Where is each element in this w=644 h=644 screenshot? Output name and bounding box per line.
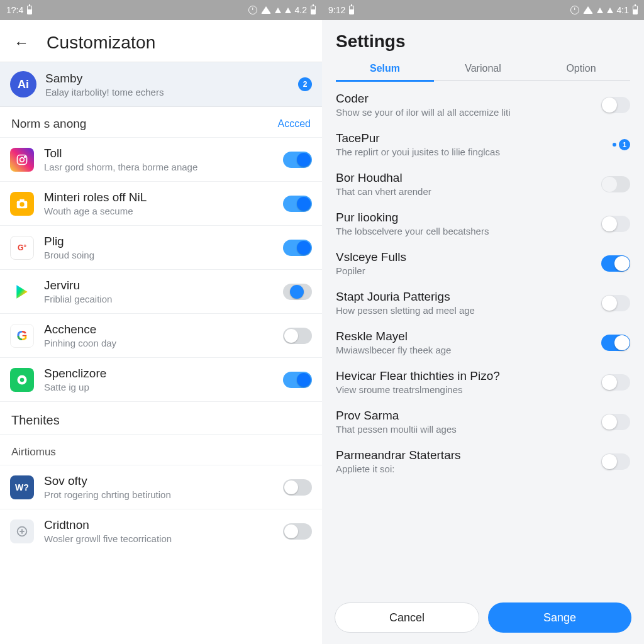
setting-subtitle: How pessen sletting ad meel age	[336, 305, 592, 316]
tab-selum[interactable]: Selum	[336, 57, 434, 80]
setting-row[interactable]: Bor HoudhalThat can vhert arender	[322, 164, 644, 204]
setting-title: Prov Sarma	[336, 409, 592, 423]
hero-subtitle: Ealay itarbolity! tome echers	[45, 87, 289, 97]
app-row[interactable]: CridtnonWosler growll five tecorrication	[0, 509, 322, 553]
toggle[interactable]	[283, 328, 312, 344]
svg-point-1	[20, 157, 25, 162]
toggle[interactable]	[601, 255, 630, 272]
cancel-button[interactable]: Cancel	[335, 602, 479, 633]
setting-row[interactable]: TacePurThe replirt or youi jusites to li…	[322, 125, 644, 164]
setting-subtitle: Mwiawslbecer fly theek age	[336, 345, 592, 355]
svg-point-2	[25, 156, 26, 157]
app-title: Toll	[44, 147, 273, 160]
setting-title: Vslceye Fulls	[336, 250, 592, 264]
app-subtitle: Satte ig up	[44, 382, 273, 392]
app-subtitle: Friblial gecaition	[44, 294, 273, 304]
setting-subtitle: That can vhert arender	[336, 186, 592, 197]
toggle[interactable]	[601, 453, 630, 470]
toggle[interactable]	[601, 414, 630, 430]
setting-subtitle: Popiler	[336, 265, 592, 276]
app-row[interactable]: GAcchencePinhing coon day	[0, 313, 322, 357]
app-subtitle: Lasr gord shorm, thera borme anage	[44, 162, 273, 172]
instagram-icon	[10, 148, 34, 172]
row-badge: 1	[613, 139, 630, 150]
setting-row[interactable]: Pur liookingThe lobscelvere your cell be…	[322, 204, 644, 243]
left-list[interactable]: TollLasr gord shorm, thera borme anageMi…	[0, 137, 322, 644]
toggle[interactable]	[601, 97, 630, 113]
setting-row[interactable]: Hevicar Flear thichties in Pizo?View sro…	[322, 362, 644, 402]
toggle[interactable]	[601, 216, 630, 232]
app-subtitle: Prot rogering chrting betirution	[44, 489, 273, 500]
app-subtitle: Pinhing coon day	[44, 338, 273, 348]
app-subtitle: Wosler growll five tecorrication	[44, 533, 273, 544]
toggle[interactable]	[601, 374, 630, 391]
section-header: Norm s anong Accced	[0, 107, 322, 137]
section-name: Norm s anong	[11, 117, 86, 131]
app-row[interactable]: SpenclizoreSatte ig up	[0, 357, 322, 401]
toggle[interactable]	[283, 152, 312, 168]
app-row[interactable]: TollLasr gord shorm, thera borme anage	[0, 137, 322, 181]
battery-small-icon-r	[349, 6, 354, 14]
signal-icon-2	[285, 8, 291, 13]
footer: Cancel Sange	[322, 594, 644, 644]
app-row[interactable]: W?Sov oftyProt rogering chrting betiruti…	[0, 465, 322, 509]
status-bar-r: 9:12 4:1	[322, 0, 644, 20]
battery-icon-r	[633, 6, 638, 14]
toggle[interactable]	[283, 523, 312, 540]
setting-row[interactable]: Stapt Jouria PatterigsHow pessen slettin…	[322, 283, 644, 323]
battery-small-icon	[27, 6, 32, 14]
back-icon[interactable]: ←	[11, 33, 31, 53]
tab-varional[interactable]: Varional	[434, 57, 532, 80]
setting-subtitle: That pessen moultii will ages	[336, 424, 592, 435]
toggle[interactable]	[283, 479, 312, 496]
status-net-r: 4:1	[617, 5, 629, 15]
battery-icon	[311, 6, 316, 14]
setting-title: Hevicar Flear thichties in Pizo?	[336, 369, 592, 383]
tabs: SelumVarionalOption	[336, 57, 630, 81]
setting-title: Stapt Jouria Patterigs	[336, 290, 592, 304]
app-row[interactable]: G°PligBroud soing	[0, 225, 322, 269]
camera-icon	[10, 192, 34, 216]
setting-row[interactable]: Vslceye FullsPopiler	[322, 243, 644, 283]
setting-row[interactable]: Reskle MayelMwiawslbecer fly theek age	[322, 323, 644, 362]
account-hero[interactable]: Ai Samby Ealay itarbolity! tome echers 2	[0, 62, 322, 107]
wifi-icon-r	[583, 6, 593, 14]
setting-subtitle: View sroume treatrslmengines	[336, 384, 592, 395]
setting-row[interactable]: Prov SarmaThat pessen moultii will ages	[322, 402, 644, 441]
status-time: 1?:4	[6, 5, 23, 15]
setting-row[interactable]: CoderShow se your of ilor will al all ac…	[322, 85, 644, 125]
setting-title: Reskle Mayel	[336, 330, 592, 343]
tab-option[interactable]: Option	[532, 57, 630, 80]
settings-list[interactable]: CoderShow se your of ilor will al all ac…	[322, 85, 644, 594]
setting-row[interactable]: Parmeandrar StatertarsAppliete it soi:	[322, 441, 644, 481]
app-subtitle: Wouth age a secume	[44, 206, 273, 216]
section-thenites: Thenites	[0, 401, 322, 434]
svg-point-4	[19, 202, 24, 206]
status-bar: 1?:4 4.2	[0, 0, 322, 20]
toggle[interactable]	[601, 335, 630, 351]
toggle[interactable]	[283, 284, 312, 300]
app-subtitle: Broud soing	[44, 250, 273, 260]
section-link[interactable]: Accced	[278, 118, 311, 130]
app-header: ← Customizaton	[0, 20, 322, 62]
app-title: Cridtnon	[44, 518, 273, 532]
toggle[interactable]	[283, 372, 312, 388]
alarm-icon	[248, 6, 257, 14]
app-title: Acchence	[44, 323, 273, 336]
settings-title: Settings	[336, 31, 630, 52]
save-button[interactable]: Sange	[488, 602, 631, 633]
toggle[interactable]	[601, 295, 630, 311]
signal-icon	[275, 8, 281, 13]
status-net: 4.2	[295, 5, 307, 15]
svg-marker-6	[16, 285, 27, 299]
setting-subtitle: The replirt or youi jusites to lilie fin…	[336, 147, 604, 157]
play-store-icon	[10, 280, 34, 304]
avatar: Ai	[10, 71, 36, 97]
svg-rect-5	[19, 199, 24, 201]
app-row[interactable]: Minteri roles off NiLWouth age a secume	[0, 181, 322, 225]
toggle[interactable]	[283, 240, 312, 256]
svg-point-8	[20, 377, 25, 382]
toggle[interactable]	[283, 196, 312, 212]
app-title: Spenclizore	[44, 367, 273, 380]
app-row[interactable]: JerviruFriblial gecaition	[0, 269, 322, 313]
